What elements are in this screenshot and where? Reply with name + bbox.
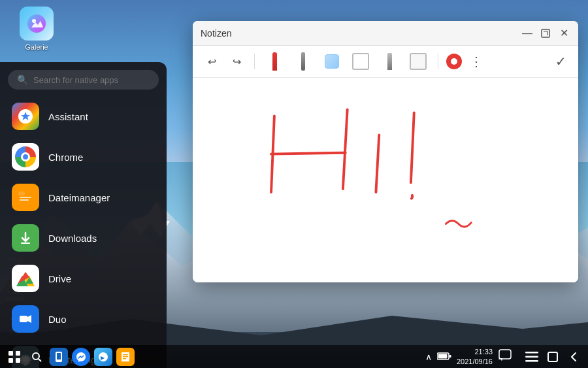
drawing-svg	[193, 78, 578, 282]
taskbar-launcher-button[interactable]	[5, 348, 24, 366]
app-item-chrome[interactable]: Chrome	[0, 137, 167, 177]
pencil-icon	[387, 53, 392, 70]
date-display: 2021/09/16	[457, 357, 493, 366]
svg-rect-34	[57, 353, 61, 360]
chevron-up-icon[interactable]: ∧	[425, 352, 432, 362]
nav-buttons	[523, 348, 583, 366]
svg-rect-16	[21, 243, 30, 244]
red-pen-icon	[272, 52, 277, 71]
drive-label: Drive	[48, 273, 71, 284]
toolbar-separator-1	[254, 54, 255, 69]
taskbar: ▶ ∧	[0, 345, 588, 368]
record-dot	[451, 58, 457, 65]
search-bar[interactable]: 🔍	[8, 70, 159, 90]
dateimanager-label: Dateimanager	[48, 192, 110, 203]
assistant-icon	[12, 103, 39, 130]
pen-tool-pencil[interactable]	[378, 50, 401, 73]
drive-icon	[12, 265, 39, 292]
assistant-label: Assistant	[48, 111, 88, 122]
duo-icon	[12, 305, 39, 333]
duo-label: Duo	[48, 314, 67, 325]
pen-tool-red[interactable]	[263, 50, 286, 73]
chat-icon[interactable]	[498, 348, 512, 365]
toolbar-separator-2	[438, 54, 438, 69]
svg-rect-41	[123, 358, 126, 360]
close-button[interactable]: ✕	[557, 27, 570, 40]
svg-text:▶: ▶	[101, 355, 105, 361]
eraser-icon	[325, 54, 339, 69]
redo-button[interactable]: ↪	[227, 52, 246, 71]
window-controls: — ✕	[521, 27, 570, 40]
chrome-label: Chrome	[48, 152, 83, 163]
nav-back-button[interactable]	[564, 348, 583, 366]
window-title: Notizen	[201, 28, 231, 39]
desktop: Galerie ⚙ Settings 🔒 Lock Screen Exit 🔍	[0, 0, 588, 368]
chrome-icon	[12, 143, 39, 171]
app-item-duo[interactable]: Duo	[0, 299, 167, 339]
svg-point-35	[58, 360, 59, 361]
window-titlebar: Notizen — ✕	[193, 21, 578, 46]
battery-icon	[437, 352, 451, 362]
svg-rect-44	[438, 354, 447, 358]
pen-tool-gray[interactable]	[291, 50, 315, 73]
svg-rect-46	[525, 352, 538, 354]
square2-tool-icon	[410, 53, 427, 70]
nav-menu-button[interactable]	[523, 348, 541, 366]
notizen-window: Notizen — ✕ ↩ ↪	[193, 21, 578, 282]
pen-tool-eraser[interactable]	[320, 50, 344, 73]
svg-rect-47	[525, 356, 538, 358]
search-input[interactable]	[33, 75, 150, 85]
app-item-drive[interactable]: Drive	[0, 258, 167, 299]
svg-rect-13	[20, 197, 31, 198]
taskbar-search-button[interactable]	[27, 348, 46, 366]
svg-point-31	[33, 353, 39, 360]
dateimanager-icon	[12, 184, 39, 211]
pen-tool-square[interactable]	[349, 50, 372, 73]
svg-rect-14	[20, 199, 29, 201]
drawing-canvas[interactable]	[193, 78, 578, 282]
app-item-downloads[interactable]: Downloads	[0, 218, 167, 258]
check-button[interactable]: ✓	[553, 51, 569, 72]
svg-line-32	[39, 359, 41, 361]
svg-rect-22	[20, 316, 27, 322]
svg-rect-28	[16, 351, 20, 356]
nav-recents-button[interactable]	[544, 348, 562, 366]
record-button[interactable]	[446, 54, 462, 69]
svg-rect-26	[542, 29, 549, 37]
svg-rect-30	[16, 358, 20, 363]
taskbar-app-messenger[interactable]	[72, 348, 90, 366]
square-tool-icon	[352, 53, 369, 70]
time-display: 21:33	[457, 347, 493, 356]
taskbar-app-phone[interactable]	[50, 348, 68, 366]
minimize-button[interactable]: —	[521, 27, 534, 40]
svg-rect-27	[8, 351, 13, 356]
window-toolbar: ↩ ↪	[193, 46, 578, 78]
pen-tool-square2[interactable]	[406, 50, 430, 73]
svg-point-9	[32, 19, 36, 23]
svg-rect-39	[123, 354, 128, 356]
undo-button[interactable]: ↩	[202, 52, 221, 71]
taskbar-right: ∧ 21:33 2021/09/16	[425, 347, 583, 366]
downloads-icon	[12, 224, 39, 252]
maximize-button[interactable]	[539, 27, 552, 40]
svg-rect-12	[18, 192, 25, 195]
taskbar-app-notes[interactable]	[116, 348, 135, 366]
more-options-button[interactable]: ⋮	[467, 51, 485, 72]
downloads-label: Downloads	[48, 233, 97, 244]
svg-rect-29	[8, 358, 13, 363]
search-icon: 🔍	[17, 75, 28, 85]
app-item-dateimanager[interactable]: Dateimanager	[0, 177, 167, 218]
svg-rect-49	[548, 352, 557, 361]
taskbar-left: ▶	[5, 348, 135, 366]
svg-rect-45	[499, 350, 511, 359]
svg-rect-40	[123, 356, 128, 358]
app-launcher: 🔍 Assistant Chrome	[0, 62, 167, 368]
app-item-assistant[interactable]: Assistant	[0, 96, 167, 137]
svg-rect-43	[449, 355, 451, 358]
svg-rect-48	[525, 360, 538, 362]
taskbar-clock: 21:33 2021/09/16	[457, 347, 493, 366]
taskbar-app-store[interactable]: ▶	[94, 348, 112, 366]
gray-pen-icon	[301, 52, 305, 71]
